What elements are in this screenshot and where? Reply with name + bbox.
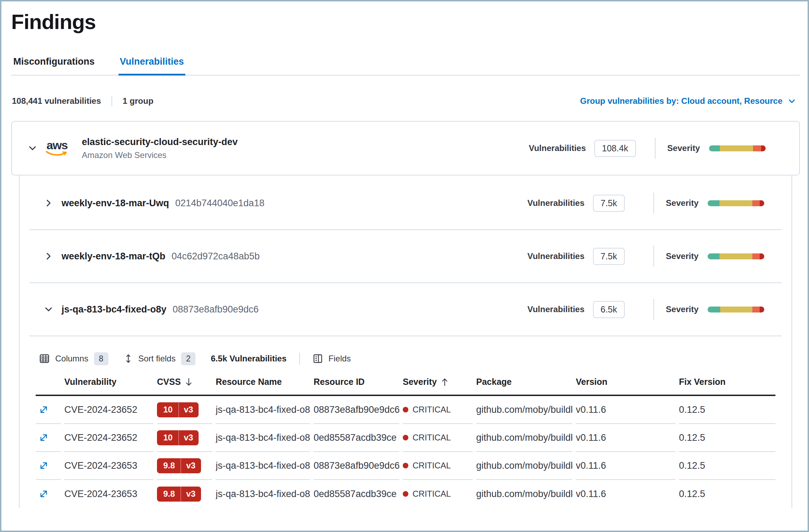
fields-label: Fields (329, 354, 351, 364)
aws-logo-icon: aws (45, 140, 69, 157)
fix-version-cell: 0.12.5 (679, 452, 775, 480)
vulnerabilities-label: Vulnerabilities (529, 143, 586, 153)
vulnerability-count-badge: 6.5k (593, 301, 625, 318)
severity-distribution-bar (708, 307, 764, 312)
tabs: Misconfigurations Vulnerabilities (11, 56, 800, 76)
package-cell: github.com/moby/buildkit (476, 480, 572, 508)
expand-resource-button[interactable] (43, 198, 54, 208)
package-cell: github.com/moby/buildkit (476, 452, 572, 480)
severity-cell: CRITICAL (403, 489, 451, 499)
table-toolbar: Columns 8 Sort fields 2 6.5k Vulnerabili… (39, 350, 792, 367)
sort-desc-arrow-icon (184, 377, 193, 387)
resource-name-cell: js-qa-813-bc4-fixed-o8y (216, 480, 310, 508)
expand-finding-button[interactable] (36, 460, 49, 471)
page-title: Findings (11, 8, 800, 34)
columns-grid-icon (39, 353, 50, 364)
account-name: elastic-security-cloud-security-dev (82, 137, 238, 148)
header-version[interactable]: Version (576, 377, 675, 387)
version-cell: v0.11.6 (576, 396, 675, 424)
header-resource-id[interactable]: Resource ID (314, 377, 399, 387)
divider (653, 246, 654, 267)
cve-id: CVE-2024-23652 (64, 424, 153, 452)
expand-finding-button[interactable] (36, 489, 49, 499)
findings-page: Findings Misconfigurations Vulnerabiliti… (0, 0, 809, 532)
resource-name: weekly-env-18-mar-tQb (62, 251, 165, 261)
columns-count-badge: 8 (94, 352, 108, 365)
tab-vulnerabilities[interactable]: Vulnerabilities (119, 56, 186, 75)
header-severity[interactable]: Severity (403, 377, 473, 387)
columns-button[interactable]: Columns 8 (39, 352, 108, 365)
cvss-badge: 9.8v3 (157, 487, 201, 502)
critical-dot-icon (403, 491, 408, 497)
resource-stats: Vulnerabilities 7.5k Severity (528, 246, 764, 267)
header-fix-version[interactable]: Fix Version (679, 377, 775, 387)
cloud-account-group-row[interactable]: aws elastic-security-cloud-security-dev … (11, 121, 800, 175)
vulnerability-count: 108,441 vulnerabilities (12, 96, 101, 106)
fix-version-cell: 0.12.5 (679, 424, 775, 452)
resource-id-cell: 0ed85587acdb39ce (314, 480, 399, 508)
sort-fields-label: Sort fields (138, 354, 176, 364)
cvss-badge: 9.8v3 (157, 458, 201, 473)
fields-button[interactable]: Fields (313, 353, 351, 364)
resource-name-cell: js-qa-813-bc4-fixed-o8y (216, 396, 310, 424)
group-by-label: Group vulnerabilities by: Cloud account,… (580, 96, 782, 106)
package-cell: github.com/moby/buildkit (476, 424, 572, 452)
resource-group-row[interactable]: weekly-env-18-mar-tQb 04c62d972ca48ab5b … (20, 230, 792, 282)
sort-count-badge: 2 (181, 352, 195, 365)
expand-finding-button[interactable] (36, 432, 49, 443)
expand-finding-button[interactable] (36, 404, 49, 415)
cvss-badge: 10v3 (157, 430, 199, 445)
collapse-resource-button[interactable] (43, 304, 54, 315)
expand-icon (38, 404, 49, 415)
severity-label: Severity (666, 304, 699, 314)
columns-label: Columns (55, 354, 88, 364)
vulnerability-table: Vulnerability CVSS Resource Name Resourc… (36, 377, 775, 508)
resource-stats: Vulnerabilities 6.5k Severity (528, 299, 764, 320)
cvss-badge: 10v3 (157, 402, 199, 417)
header-package[interactable]: Package (476, 377, 572, 387)
critical-dot-icon (403, 407, 408, 412)
severity-label: Severity (666, 251, 699, 261)
divider (655, 138, 656, 159)
resource-id: 0214b744040e1da18 (175, 198, 264, 208)
group-count: 1 group (123, 96, 153, 106)
chevron-down-icon (27, 143, 38, 153)
divider (299, 353, 300, 365)
resource-id-cell: 0ed85587acdb39ce (314, 424, 399, 452)
header-resource-name[interactable]: Resource Name (216, 377, 310, 387)
version-cell: v0.11.6 (576, 480, 675, 508)
resource-group-row[interactable]: js-qa-813-bc4-fixed-o8y 08873e8afb90e9dc… (20, 283, 792, 336)
vulnerabilities-label: Vulnerabilities (528, 251, 585, 261)
chevron-right-icon (43, 198, 54, 208)
resource-name-cell: js-qa-813-bc4-fixed-o8y (216, 452, 310, 480)
vulnerability-count-badge: 108.4k (594, 140, 636, 157)
severity-label: Severity (667, 143, 700, 153)
tab-misconfigurations[interactable]: Misconfigurations (12, 56, 96, 75)
critical-dot-icon (403, 435, 408, 440)
header-cvss[interactable]: CVSS (157, 377, 212, 387)
critical-dot-icon (403, 463, 408, 468)
group-by-selector[interactable]: Group vulnerabilities by: Cloud account,… (580, 96, 796, 106)
table-row: CVE-2024-23652 10v3 js-qa-813-bc4-fixed-… (36, 424, 775, 452)
resource-id-cell: 08873e8afb90e9dc6 (314, 452, 399, 480)
divider (112, 96, 112, 106)
collapse-account-button[interactable] (27, 143, 38, 153)
table-row: CVE-2024-23653 9.8v3 js-qa-813-bc4-fixed… (36, 480, 775, 508)
fields-panel-icon (313, 353, 323, 364)
severity-label: Severity (666, 198, 699, 208)
version-cell: v0.11.6 (576, 452, 675, 480)
account-group-panel: weekly-env-18-mar-Uwq 0214b744040e1da18 … (19, 173, 792, 508)
sort-fields-button[interactable]: Sort fields 2 (124, 352, 196, 365)
expand-icon (38, 460, 49, 471)
expand-resource-button[interactable] (43, 251, 54, 261)
sort-asc-arrow-icon (440, 377, 449, 387)
severity-cell: CRITICAL (403, 405, 451, 415)
divider (653, 193, 654, 214)
resource-group-row[interactable]: weekly-env-18-mar-Uwq 0214b744040e1da18 … (20, 177, 792, 229)
resource-stats: Vulnerabilities 7.5k Severity (528, 193, 764, 214)
header-vulnerability[interactable]: Vulnerability (64, 377, 153, 387)
version-cell: v0.11.6 (576, 424, 675, 452)
chevron-down-icon (43, 304, 54, 315)
vulnerabilities-label: Vulnerabilities (528, 304, 585, 314)
table-row: CVE-2024-23653 9.8v3 js-qa-813-bc4-fixed… (36, 452, 775, 480)
